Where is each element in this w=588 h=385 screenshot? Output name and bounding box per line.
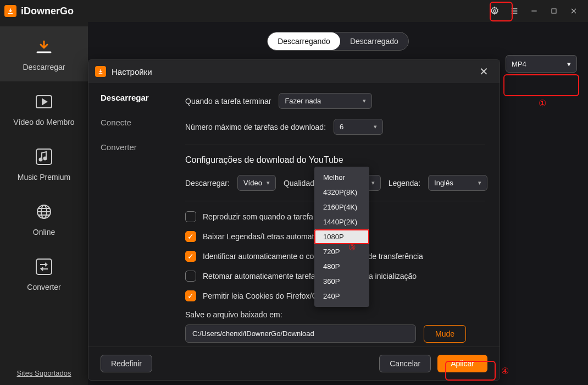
tab-downloaded[interactable]: Descarregado — [340, 32, 408, 50]
titlebar: iDownerGo — [0, 0, 588, 22]
minimize-button[interactable] — [524, 1, 544, 21]
task-finish-value: Fazer nada — [285, 97, 321, 105]
dialog-nav-convert[interactable]: Converter — [101, 142, 159, 152]
chevron-down-icon: ▾ — [478, 179, 481, 186]
globe-icon — [32, 201, 56, 222]
dialog-nav-download[interactable]: Descarregar — [101, 93, 159, 102]
sidebar: Descarregar Vídeo do Membro Music Premiu… — [0, 22, 88, 385]
quality-dropdown-popup: Melhor4320P(8K)2160P(4K)1440P(2K)1080P72… — [314, 167, 369, 307]
dialog-footer: Redefinir Cancelar Aplicar — [88, 346, 500, 380]
svg-rect-8 — [36, 259, 52, 274]
maximize-button[interactable] — [544, 1, 564, 21]
format-select-value: MP4 — [512, 60, 526, 68]
svg-point-5 — [44, 157, 47, 160]
sidebar-item-member-video[interactable]: Vídeo do Membro — [0, 81, 88, 136]
minimize-icon — [530, 7, 538, 15]
task-finish-label: Quando a tarefa terminar — [185, 97, 271, 106]
dialog-close-button[interactable]: ✕ — [475, 63, 493, 80]
checkbox-firefox-cookies[interactable]: ✓ — [185, 290, 196, 301]
supported-sites-link[interactable]: Sites Suportados — [16, 369, 71, 377]
download-type-select[interactable]: Vídeo ▾ — [237, 175, 276, 191]
task-finish-select[interactable]: Fazer nada ▾ — [279, 93, 372, 109]
download-tabs: Descarregando Descarregado — [267, 32, 409, 51]
max-tasks-value: 6 — [340, 123, 343, 131]
app-logo-icon — [4, 5, 16, 17]
checkbox-play-sound[interactable] — [185, 211, 196, 222]
chevron-down-icon: ▾ — [371, 179, 375, 186]
quality-option[interactable]: 4320P(8K) — [314, 185, 369, 200]
svg-rect-3 — [36, 149, 52, 164]
svg-point-0 — [493, 10, 496, 13]
legend-label: Legenda: — [389, 179, 420, 188]
chevron-down-icon: ▾ — [267, 179, 270, 186]
save-path-input[interactable]: C:/Users/chenxl/iDownerGo/Download — [185, 324, 416, 343]
sidebar-item-label: Online — [33, 228, 55, 237]
sidebar-item-label: Vídeo do Membro — [13, 118, 74, 127]
maximize-icon — [551, 8, 557, 14]
quality-option[interactable]: 720P — [314, 244, 369, 259]
checkbox-resume[interactable] — [185, 271, 196, 282]
change-path-button[interactable]: Mude — [424, 325, 466, 343]
dialog-nav: Descarregar Conecte Converter — [88, 83, 171, 346]
svg-point-4 — [40, 158, 42, 161]
cancel-button[interactable]: Cancelar — [379, 355, 431, 372]
youtube-section-title: Configurações de download do YouTube — [185, 155, 485, 165]
close-button[interactable] — [564, 1, 584, 21]
sidebar-item-online[interactable]: Online — [0, 191, 88, 246]
chevron-down-icon: ▾ — [567, 60, 571, 68]
quality-option[interactable]: 480P — [314, 259, 369, 274]
apply-button[interactable]: Aplicar — [437, 355, 487, 372]
close-icon — [570, 7, 578, 15]
settings-button[interactable] — [485, 1, 504, 21]
download-type-label: Descarregar: — [185, 179, 230, 188]
dialog-nav-connect[interactable]: Conecte — [101, 118, 159, 127]
quality-option[interactable]: 2160P(4K) — [314, 200, 369, 215]
reset-button[interactable]: Redefinir — [101, 355, 152, 372]
sidebar-item-label: Music Premium — [18, 173, 70, 182]
legend-select[interactable]: Inglês ▾ — [428, 175, 487, 191]
sidebar-item-label: Descarregar — [23, 63, 65, 72]
checkbox-auto-clipboard-label: Identificar automaticamente o conteúdo d… — [203, 252, 423, 261]
checkbox-auto-clipboard[interactable]: ✓ — [185, 251, 196, 262]
format-select[interactable]: MP4 ▾ — [506, 55, 577, 73]
sidebar-item-converter[interactable]: Converter — [0, 246, 88, 301]
quality-option[interactable]: 360P — [314, 274, 369, 289]
quality-option[interactable]: 1440P(2K) — [314, 215, 369, 229]
convert-icon — [32, 256, 56, 277]
chevron-down-icon: ▾ — [374, 123, 377, 130]
dialog-logo-icon — [95, 66, 106, 77]
dialog-content: Quando a tarefa terminar Fazer nada ▾ Nú… — [171, 83, 500, 346]
dialog-header: Настройки ✕ — [88, 60, 500, 83]
legend-value: Inglês — [434, 179, 453, 187]
play-circle-icon — [32, 91, 56, 112]
checkbox-auto-subs[interactable]: ✓ — [185, 231, 196, 242]
dialog-title: Настройки — [112, 67, 152, 76]
max-tasks-select[interactable]: 6 ▾ — [334, 119, 383, 135]
checkbox-resume-label: Retomar automaticamente tarefas incomple… — [203, 272, 417, 280]
quality-option[interactable]: 1080P — [314, 229, 369, 244]
save-path-label: Salve o arquivo baixado em: — [185, 310, 485, 319]
download-icon — [32, 36, 56, 57]
sidebar-item-download[interactable]: Descarregar — [0, 26, 88, 81]
max-tasks-label: Número máximo de tarefas de download: — [185, 123, 326, 131]
sidebar-item-music-premium[interactable]: Music Premium — [0, 136, 88, 191]
tab-downloading[interactable]: Descarregando — [268, 32, 340, 50]
music-icon — [32, 146, 56, 167]
quality-option[interactable]: Melhor — [314, 170, 369, 185]
sidebar-item-label: Converter — [27, 283, 60, 292]
chevron-down-icon: ▾ — [363, 97, 366, 105]
gear-icon — [490, 6, 500, 16]
download-type-value: Vídeo — [243, 179, 262, 187]
menu-icon — [510, 7, 519, 15]
svg-rect-1 — [552, 9, 556, 13]
menu-button[interactable] — [504, 1, 524, 21]
quality-option[interactable]: 240P — [314, 289, 369, 304]
app-title: iDownerGo — [21, 6, 74, 17]
settings-dialog: Настройки ✕ Descarregar Conecte Converte… — [88, 59, 500, 381]
